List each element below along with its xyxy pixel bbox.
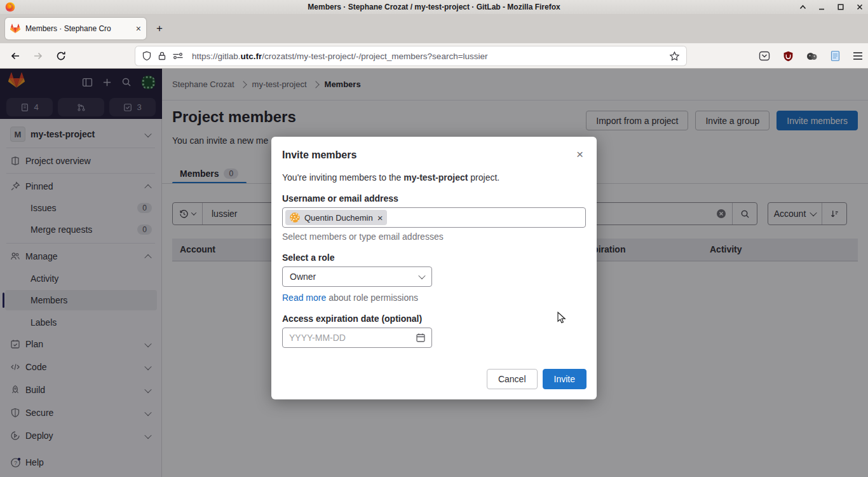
member-token-chip: Quentin Duchemin × bbox=[285, 210, 387, 225]
window-titlebar: Members · Stephane Crozat / my-test-proj… bbox=[0, 0, 868, 14]
member-token-input[interactable]: Quentin Duchemin × bbox=[282, 207, 586, 228]
modal-close-icon[interactable]: × bbox=[574, 147, 586, 162]
member-token-name: Quentin Duchemin bbox=[304, 213, 373, 223]
cancel-button[interactable]: Cancel bbox=[487, 369, 538, 389]
window-shade-button[interactable] bbox=[798, 3, 807, 11]
tracking-protection-shield-icon[interactable] bbox=[142, 51, 152, 61]
reload-button[interactable] bbox=[51, 46, 71, 66]
invite-members-modal: Invite members × You're inviting members… bbox=[271, 137, 597, 399]
tab-close-icon[interactable]: × bbox=[136, 24, 141, 33]
url-bar[interactable]: https://gitlab.utc.fr/crozatst/my-test-p… bbox=[135, 46, 686, 66]
url-text: https://gitlab.utc.fr/crozatst/my-test-p… bbox=[192, 52, 663, 61]
mouse-cursor bbox=[557, 312, 568, 324]
back-button[interactable] bbox=[6, 46, 25, 66]
remove-member-icon[interactable]: × bbox=[377, 213, 383, 223]
tab-title: Members · Stephane Cro bbox=[25, 24, 111, 33]
modal-title: Invite members bbox=[282, 147, 356, 161]
expiration-date-field[interactable] bbox=[282, 328, 432, 348]
role-permissions-text: Read more about role permissions bbox=[282, 293, 586, 303]
window-maximize-button[interactable] bbox=[836, 3, 845, 11]
permissions-icon[interactable] bbox=[172, 52, 184, 60]
invite-button[interactable]: Invite bbox=[543, 369, 587, 389]
page-content: 4 3 M my-test-project Project over bbox=[0, 69, 868, 477]
tab-bar: Members · Stephane Cro × + bbox=[0, 14, 868, 43]
extension-badger-icon[interactable] bbox=[806, 51, 818, 62]
forward-button[interactable] bbox=[29, 46, 48, 66]
member-avatar bbox=[290, 212, 300, 223]
role-label: Select a role bbox=[282, 252, 586, 263]
username-label: Username or email address bbox=[282, 193, 586, 204]
pocket-icon[interactable] bbox=[759, 50, 770, 62]
firefox-logo-icon bbox=[5, 2, 15, 12]
menu-hamburger-icon[interactable] bbox=[853, 52, 863, 60]
document-extension-icon[interactable] bbox=[831, 50, 840, 62]
ublock-origin-icon[interactable] bbox=[783, 51, 794, 62]
window-minimize-button[interactable] bbox=[817, 3, 826, 11]
bookmark-star-icon[interactable] bbox=[669, 51, 680, 62]
modal-intro: You're inviting members to the my-test-p… bbox=[282, 172, 586, 183]
calendar-icon bbox=[416, 333, 426, 343]
role-selected-value: Owner bbox=[290, 272, 316, 282]
browser-toolbar: https://gitlab.utc.fr/crozatst/my-test-p… bbox=[0, 43, 868, 69]
username-help-text: Select members or type email addresses bbox=[282, 232, 586, 242]
read-more-link[interactable]: Read more bbox=[282, 293, 326, 303]
role-select[interactable]: Owner bbox=[282, 266, 432, 287]
window-title: Members · Stephane Crozat / my-test-proj… bbox=[308, 3, 560, 11]
expiration-date-input[interactable] bbox=[283, 333, 416, 343]
new-tab-button[interactable]: + bbox=[151, 20, 168, 37]
tab-favicon-gitlab-icon bbox=[10, 24, 20, 34]
browser-tab[interactable]: Members · Stephane Cro × bbox=[5, 18, 146, 39]
window-close-button[interactable] bbox=[855, 3, 864, 11]
expiration-label: Access expiration date (optional) bbox=[282, 314, 586, 324]
connection-lock-icon[interactable] bbox=[158, 51, 166, 61]
screen: Members · Stephane Crozat / my-test-proj… bbox=[0, 0, 868, 477]
